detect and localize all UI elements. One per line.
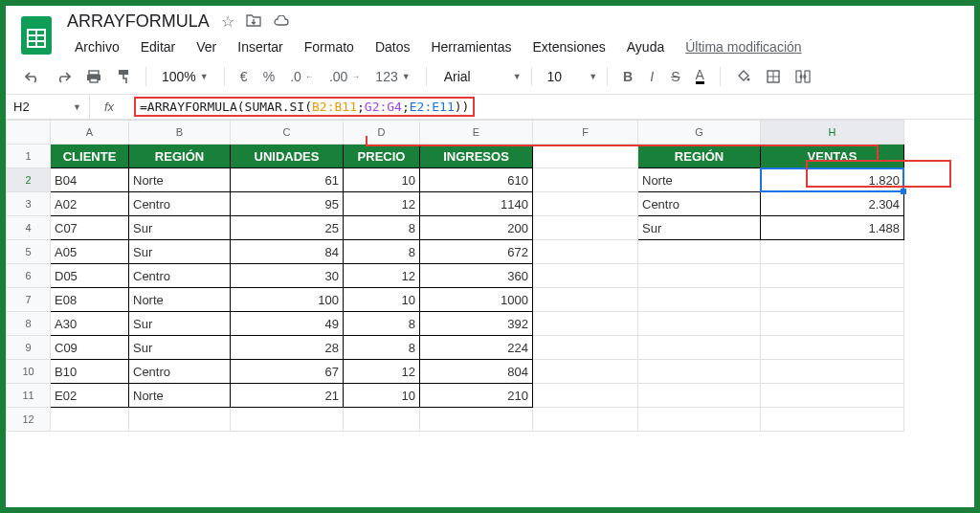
cell[interactable]: B10 [51,360,129,384]
row-header[interactable]: 5 [7,240,51,264]
document-title[interactable]: ARRAYFORMULA [67,11,210,32]
cell[interactable]: Centro [129,360,231,384]
cell[interactable] [533,312,638,336]
select-all-corner[interactable] [7,121,51,145]
cell[interactable]: 12 [344,264,420,288]
cell[interactable]: 61 [231,168,344,192]
cell[interactable]: Centro [129,192,231,216]
sheets-logo[interactable] [19,12,54,58]
cell[interactable] [761,240,904,264]
cell[interactable] [533,288,638,312]
cell[interactable] [51,408,129,432]
cell[interactable]: 392 [420,312,533,336]
cell[interactable] [761,408,904,432]
cell[interactable] [638,288,761,312]
cell[interactable]: 21 [231,384,344,408]
cell[interactable] [761,288,904,312]
cell[interactable] [344,408,420,432]
cell-H2-selected[interactable]: 1.820 [761,168,904,192]
cell[interactable]: 2.304 [761,192,904,216]
cell[interactable]: 84 [231,240,344,264]
row-header[interactable]: 8 [7,312,51,336]
cell[interactable]: Norte [129,384,231,408]
cell[interactable] [533,360,638,384]
cell[interactable]: 30 [231,264,344,288]
cell[interactable]: Centro [638,192,761,216]
cell[interactable]: 672 [420,240,533,264]
cell[interactable]: B04 [51,168,129,192]
col-header-C[interactable]: C [231,121,344,145]
spreadsheet-grid[interactable]: A B C D E F G H 1 CLIENTE REGIÓN UNIDADE… [6,120,974,432]
cell[interactable] [761,312,904,336]
merge-cells-icon[interactable] [790,66,816,87]
font-family-dropdown[interactable]: Arial [436,69,509,84]
cell[interactable]: 224 [420,336,533,360]
cell[interactable]: 360 [420,264,533,288]
cell[interactable] [761,360,904,384]
cell[interactable]: Sur [129,240,231,264]
cell[interactable]: 95 [231,192,344,216]
cell[interactable]: INGRESOS [420,145,533,168]
borders-icon[interactable] [761,66,786,87]
cell[interactable]: 610 [420,168,533,192]
cell[interactable] [533,168,638,192]
row-header[interactable]: 9 [7,336,51,360]
fill-color-icon[interactable] [730,65,757,88]
cell[interactable]: 804 [420,360,533,384]
cell[interactable]: 49 [231,312,344,336]
row-header[interactable]: 2 [7,168,51,192]
cell[interactable]: 200 [420,216,533,240]
strikethrough-button[interactable]: S [665,65,685,88]
cloud-icon[interactable] [273,13,290,31]
cell[interactable]: 67 [231,360,344,384]
cell[interactable]: 12 [344,192,420,216]
cell[interactable]: E08 [51,288,129,312]
cell[interactable] [533,216,638,240]
cell[interactable] [533,384,638,408]
print-icon[interactable] [80,66,107,87]
cell[interactable]: UNIDADES [231,145,344,168]
font-size-dropdown[interactable]: 10 [542,69,568,84]
bold-button[interactable]: B [617,65,638,88]
menu-view[interactable]: Ver [189,35,224,58]
cell[interactable] [761,384,904,408]
cell[interactable]: Sur [129,216,231,240]
cell[interactable] [533,192,638,216]
col-header-E[interactable]: E [420,121,533,145]
cell[interactable]: Sur [638,216,761,240]
paint-format-icon[interactable] [111,65,136,88]
cell[interactable] [638,408,761,432]
menu-extensions[interactable]: Extensiones [524,35,612,58]
zoom-dropdown[interactable]: 100% ▼ [156,65,214,88]
row-header[interactable]: 4 [7,216,51,240]
cell[interactable]: E02 [51,384,129,408]
cell[interactable]: CLIENTE [51,145,129,168]
cell[interactable]: REGIÓN [638,145,761,168]
cell[interactable] [129,408,231,432]
cell[interactable] [533,408,638,432]
row-header[interactable]: 11 [7,384,51,408]
cell[interactable]: 210 [420,384,533,408]
star-icon[interactable]: ☆ [221,12,234,31]
col-header-B[interactable]: B [129,121,231,145]
cell[interactable] [533,264,638,288]
cell[interactable]: Norte [129,168,231,192]
cell[interactable]: 100 [231,288,344,312]
cell[interactable] [638,240,761,264]
cell[interactable] [231,408,344,432]
cell[interactable]: A02 [51,192,129,216]
cell[interactable]: 8 [344,312,420,336]
cell[interactable]: Sur [129,336,231,360]
last-modification-link[interactable]: Última modificación [678,35,809,58]
row-header[interactable]: 6 [7,264,51,288]
menu-data[interactable]: Datos [368,35,418,58]
cell[interactable]: A30 [51,312,129,336]
formula-input[interactable]: =ARRAYFORMULA(SUMAR.SI(B2:B11;G2:G4;E2:E… [128,95,974,119]
cell[interactable]: Centro [129,264,231,288]
cell[interactable]: 1000 [420,288,533,312]
menu-edit[interactable]: Editar [133,35,184,58]
cell[interactable] [638,264,761,288]
menu-file[interactable]: Archivo [67,35,127,58]
italic-button[interactable]: I [642,65,661,88]
cell[interactable] [638,384,761,408]
